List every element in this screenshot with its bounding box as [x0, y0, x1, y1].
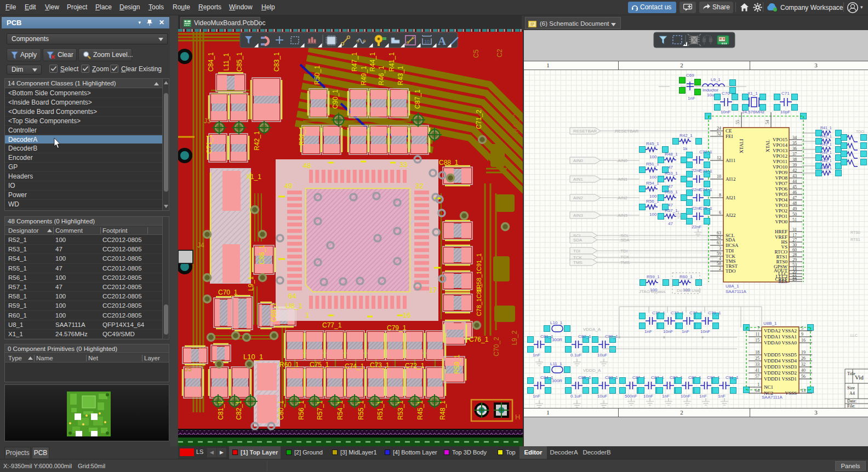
svg-text:VDDA0: VDDA0	[764, 340, 781, 346]
svg-text:24: 24	[717, 126, 721, 131]
svg-text:2: 2	[680, 62, 683, 68]
svg-text:1: 1	[546, 62, 550, 68]
svg-text:R46_1: R46_1	[378, 66, 385, 85]
svg-text:AI11: AI11	[726, 158, 735, 163]
svg-text:X1_1: X1_1	[246, 173, 261, 181]
svg-text:R54_1: R54_1	[646, 181, 659, 186]
svg-text:R49_1: R49_1	[360, 66, 368, 85]
svg-text:31: 31	[792, 227, 797, 232]
svg-text:L10_1: L10_1	[550, 320, 563, 325]
svg-text:10: 10	[717, 174, 721, 179]
svg-text:R44_1: R44_1	[820, 151, 832, 155]
svg-text:R46_1: R46_1	[820, 166, 832, 170]
svg-text:C74_1: C74_1	[699, 187, 712, 192]
svg-text:L11_1: L11_1	[222, 53, 230, 71]
svg-text:1nF: 1nF	[644, 329, 652, 334]
svg-text:C83_1: C83_1	[605, 375, 618, 380]
svg-text:C80_1: C80_1	[277, 400, 285, 420]
svg-text:3: 3	[719, 246, 721, 251]
svg-text:C85_1: C85_1	[578, 375, 591, 380]
svg-text:R57_1: R57_1	[316, 400, 324, 420]
svg-text:R56_1: R56_1	[298, 400, 305, 420]
svg-text:VDDA2: VDDA2	[764, 328, 781, 333]
svg-text:R45_1: R45_1	[416, 400, 424, 420]
svg-text:1: 1	[757, 382, 760, 387]
svg-text:L9_1: L9_1	[711, 77, 721, 82]
svg-text:VSSA0: VSSA0	[781, 340, 797, 346]
svg-text:Do Not User: Do Not User	[677, 288, 701, 293]
svg-text:C84_1: C84_1	[540, 375, 553, 380]
svg-text:R56_1: R56_1	[646, 199, 659, 204]
svg-text:VPO4: VPO4	[775, 197, 787, 203]
svg-text:R57_1: R57_1	[665, 208, 678, 213]
svg-text:HREF: HREF	[775, 229, 787, 234]
svg-text:47: 47	[668, 165, 673, 170]
svg-text:C77_1: C77_1	[322, 321, 342, 329]
svg-text:45: 45	[792, 185, 797, 189]
svg-text:VPO11: VPO11	[773, 159, 787, 164]
svg-text:XTAL: XTAL	[765, 140, 770, 152]
svg-text:6: 6	[719, 210, 721, 215]
svg-text:48: 48	[303, 162, 311, 170]
svg-text:RTS0: RTS0	[850, 231, 860, 234]
svg-text:C72_1: C72_1	[405, 362, 425, 370]
svg-text:10nF: 10nF	[681, 394, 690, 399]
svg-text:64: 64	[288, 292, 296, 300]
svg-text:1: 1	[305, 311, 309, 319]
svg-text:2: 2	[719, 266, 721, 271]
svg-text:47: 47	[668, 221, 673, 226]
svg-text:100: 100	[649, 154, 657, 159]
svg-text:L9_2: L9_2	[511, 330, 518, 345]
svg-text:10uF: 10uF	[597, 353, 607, 358]
svg-text:VSSS: VSSS	[785, 390, 797, 396]
svg-text:NC2: NC2	[764, 390, 773, 396]
svg-text:C71: C71	[781, 91, 790, 96]
svg-text:R47_1: R47_1	[351, 52, 358, 72]
svg-text:C81_1: C81_1	[217, 400, 225, 420]
svg-text:VSSD1: VSSD1	[781, 376, 797, 382]
svg-text:300R: 300R	[552, 378, 562, 383]
svg-text:43: 43	[792, 174, 797, 179]
svg-text:32: 32	[801, 362, 806, 367]
svg-text:23: 23	[792, 277, 797, 282]
svg-text:16: 16	[801, 338, 806, 343]
svg-text:15: 15	[755, 338, 760, 343]
svg-text:A: A	[438, 34, 447, 48]
svg-text:10: 10	[424, 39, 430, 44]
svg-text:FEI: FEI	[726, 134, 733, 139]
svg-text:VDDA1: VDDA1	[764, 334, 781, 339]
svg-text:VPO7: VPO7	[775, 181, 787, 186]
svg-text:1nF: 1nF	[533, 394, 540, 399]
svg-text:33: 33	[399, 160, 407, 169]
svg-text:C78_1C89_: C78_1C89_	[476, 284, 482, 316]
svg-text:51: 51	[792, 217, 797, 222]
svg-text:R51_1: R51_1	[376, 400, 384, 420]
svg-text:VSSD5: VSSD5	[781, 352, 797, 358]
svg-text:R60_1: R60_1	[279, 361, 299, 369]
svg-text:32: 32	[415, 182, 423, 190]
svg-text:100: 100	[649, 212, 657, 217]
svg-text:10nF: 10nF	[643, 394, 653, 399]
svg-text:60: 60	[792, 247, 797, 252]
svg-text:VPO3: VPO3	[775, 203, 787, 208]
svg-text:AIN0: AIN0	[573, 158, 583, 163]
svg-text:VPO15: VPO15	[773, 137, 788, 142]
svg-text:R42_1: R42_1	[253, 131, 261, 151]
svg-text:R41_1: R41_1	[388, 52, 396, 72]
svg-text:R52_1: R52_1	[298, 126, 306, 146]
svg-text:R54_1: R54_1	[336, 400, 344, 420]
svg-text:1k: 1k	[683, 146, 688, 151]
svg-text:7: 7	[757, 326, 760, 331]
svg-text:10nF: 10nF	[700, 329, 710, 334]
svg-text:C73_1: C73_1	[699, 169, 712, 174]
svg-text:R42_2: R42_2	[512, 113, 520, 133]
svg-text:500nF: 500nF	[625, 394, 637, 399]
svg-text:C5: C5	[472, 49, 480, 58]
svg-text:J5: J5	[185, 365, 192, 373]
svg-text:C79_1: C79_1	[708, 310, 721, 315]
svg-text:R43_1: R43_1	[397, 66, 404, 85]
svg-text:C69: C69	[686, 73, 694, 78]
svg-text:CE: CE	[726, 128, 732, 134]
svg-text:1nF: 1nF	[688, 96, 695, 101]
svg-text:File:: File:	[847, 404, 855, 408]
